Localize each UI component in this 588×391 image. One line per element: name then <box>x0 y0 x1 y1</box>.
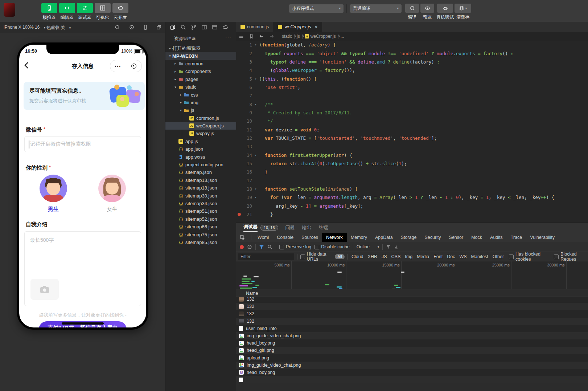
tree-item-sitemap66-json[interactable]: {..}sitemap66.json <box>165 223 237 231</box>
cloud-icon[interactable] <box>222 24 228 30</box>
devtools-tab-appdata[interactable]: AppData <box>371 233 397 242</box>
devtools-tab-memory[interactable]: Memory <box>347 233 371 242</box>
request-row[interactable]: head_boy.png <box>236 339 588 347</box>
male-avatar[interactable] <box>40 175 67 202</box>
panel-tab-调试器[interactable]: 调试器10, 16 <box>243 224 278 232</box>
compile-select[interactable]: 普通编译 ▾ <box>350 4 402 13</box>
arrow-left-icon[interactable] <box>259 34 264 39</box>
preview-window-icon[interactable] <box>212 24 218 30</box>
filter-input[interactable]: Filter <box>238 253 294 260</box>
devtools-tab-wxml[interactable]: Wxml <box>254 233 273 242</box>
explorer-menu-button[interactable]: ··· <box>225 34 231 40</box>
cloud-dev-button[interactable]: 云开发 <box>112 3 129 21</box>
search-icon[interactable] <box>180 24 186 30</box>
tree-item-css[interactable]: ▸css <box>165 91 237 98</box>
tree-item-app-js[interactable]: JSapp.js <box>165 138 237 145</box>
import-har-icon[interactable] <box>386 245 391 249</box>
tree-item-wxpay-js[interactable]: JSwxpay.js <box>165 130 237 137</box>
blocked-requests-checkbox[interactable]: Blocked Reques <box>554 252 588 261</box>
arrow-right-icon[interactable] <box>269 34 274 39</box>
hot-reload-toggle[interactable]: 热重载 关 ▾ <box>46 25 71 31</box>
tree-item-sitemap75-json[interactable]: {..}sitemap75.json <box>165 231 237 238</box>
tree-item--[interactable]: ▸打开的编辑器 <box>165 44 237 52</box>
visualization-button[interactable]: 可视化 <box>94 3 111 21</box>
breakpoint-dot[interactable] <box>238 213 241 216</box>
name-column-header[interactable]: Name <box>236 289 588 297</box>
files-icon[interactable] <box>170 24 176 30</box>
filter-type-doc[interactable]: Doc <box>445 254 457 259</box>
devtools-tab-security[interactable]: Security <box>420 233 445 242</box>
filter-type-font[interactable]: Font <box>431 254 445 259</box>
code-area[interactable]: 1▾(function(global, factory) {2 typeof e… <box>236 41 588 222</box>
tree-item-sitemap-json[interactable]: {..}sitemap.json <box>165 168 237 176</box>
network-overview-timeline[interactable]: 5000 ms10000 ms15000 ms20000 ms25000 ms3… <box>236 261 588 289</box>
request-row[interactable]: 132 <box>236 303 588 310</box>
filter-funnel-icon[interactable] <box>259 245 264 249</box>
filter-type-css[interactable]: CSS <box>389 254 403 259</box>
intro-textarea[interactable]: 最长500字 <box>24 231 141 306</box>
disable-cache-checkbox[interactable]: Disable cache <box>314 244 350 249</box>
tree-item-sitemap18-json[interactable]: {..}sitemap18.json <box>165 184 237 192</box>
request-row[interactable]: 132 <box>236 297 588 303</box>
photo-upload-button[interactable] <box>30 279 59 300</box>
layout-icon[interactable] <box>201 24 207 30</box>
export-har-icon[interactable] <box>394 245 399 249</box>
request-row[interactable]: img_guide_video_chat.png <box>236 332 588 339</box>
female-avatar[interactable] <box>98 175 126 202</box>
windows-icon[interactable] <box>156 24 162 30</box>
more-info-hint[interactable]: 点我填写更多信息，让对象更好的找到你~ <box>19 312 146 318</box>
tree-item-common[interactable]: ▸common <box>165 60 237 68</box>
inspect-element-icon[interactable] <box>240 235 245 240</box>
devtools-tab-sources[interactable]: Sources <box>297 233 322 242</box>
mini-program-capsule[interactable]: ••• <box>110 60 142 72</box>
filter-type-js[interactable]: JS <box>379 254 389 259</box>
tree-item-wecropper-js[interactable]: JSweCropper.js <box>165 122 237 130</box>
preserve-log-checkbox[interactable]: Preserve log <box>279 244 311 249</box>
request-row[interactable]: 132 <box>236 318 588 325</box>
search-icon[interactable] <box>267 244 272 249</box>
filter-all-pill[interactable]: All <box>335 254 345 259</box>
panel-tab-输出[interactable]: 输出 <box>302 224 312 231</box>
tree-item-sitemap85-json[interactable]: {..}sitemap85.json <box>165 239 237 246</box>
breadcrumb-item[interactable]: static <box>282 34 292 39</box>
exit-target-icon[interactable] <box>126 64 142 69</box>
request-row[interactable]: img_guide_video_chat.png <box>236 362 588 369</box>
tree-item-static[interactable]: ▾static <box>165 83 237 91</box>
filter-type-cloud[interactable]: Cloud <box>349 254 366 259</box>
tree-item-sitemap52-json[interactable]: {..}sitemap52.json <box>165 215 237 223</box>
devtools-tab-vulnerability[interactable]: Vulnerability <box>526 233 559 242</box>
tree-item-common-js[interactable]: JScommon.js <box>165 114 237 122</box>
has-blocked-cookies-checkbox[interactable]: Has blocked cookies <box>509 252 550 261</box>
fold-chevron-icon[interactable]: ▾ <box>252 103 259 106</box>
devtools-tab-sensor[interactable]: Sensor <box>445 233 468 242</box>
throttling-select[interactable]: Online▾ <box>357 244 379 249</box>
devtools-tab-mock[interactable]: Mock <box>467 233 486 242</box>
editor-tab-wecropper.js[interactable]: weCropper.js× <box>274 22 322 32</box>
record-icon[interactable] <box>129 24 135 30</box>
devtools-tab-trace[interactable]: Trace <box>507 233 526 242</box>
git-branch-icon[interactable] <box>191 24 197 30</box>
record-button[interactable] <box>240 245 244 249</box>
filter-type-manifest[interactable]: Manifest <box>469 254 490 259</box>
mode-select[interactable]: 小程序模式 ▾ <box>289 4 344 13</box>
male-option-label[interactable]: 男生 <box>40 206 67 213</box>
panel-tab-终端[interactable]: 终端 <box>319 224 328 231</box>
tree-item-sitemap13-json[interactable]: {..}sitemap13.json <box>165 176 237 184</box>
wechat-id-input[interactable]: 记得开启微信号被搜索权限 <box>24 136 141 152</box>
fold-chevron-icon[interactable]: ▾ <box>252 187 259 191</box>
devtools-tab-audits[interactable]: Audits <box>486 233 507 242</box>
fold-chevron-icon[interactable]: ▾ <box>252 43 259 46</box>
request-row[interactable]: upload.png <box>236 354 588 362</box>
request-row[interactable] <box>236 376 588 383</box>
fold-chevron-icon[interactable]: ▾ <box>252 154 259 157</box>
tree-item-sitemap51-json[interactable]: {..}sitemap51.json <box>165 207 237 215</box>
request-row[interactable]: head_boy.png <box>236 369 588 376</box>
filter-type-xhr[interactable]: XHR <box>366 254 379 259</box>
editor-button[interactable]: 编辑器 <box>58 3 75 21</box>
breadcrumb-item[interactable]: ... <box>341 34 344 39</box>
debugger-button[interactable]: 调试器 <box>76 3 93 21</box>
female-option-label[interactable]: 女生 <box>98 206 126 213</box>
bookmark-icon[interactable] <box>249 34 254 39</box>
request-row[interactable]: user_blind_info <box>236 325 588 332</box>
editor-tab-common.js[interactable]: common.js <box>236 22 274 32</box>
